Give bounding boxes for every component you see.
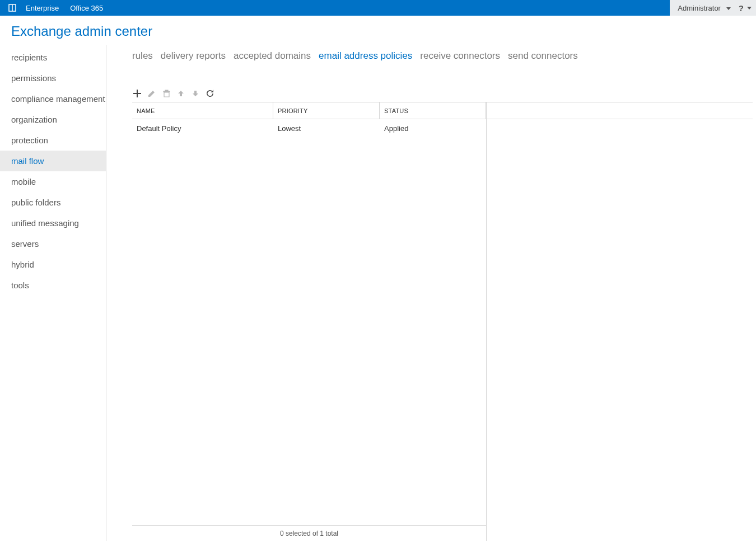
user-label: Administrator [678,4,721,12]
topbar-user-area: Administrator ? [670,0,756,16]
pencil-icon [148,90,156,97]
sidebar: recipients permissions compliance manage… [0,45,106,541]
sidebar-item-permissions[interactable]: permissions [0,68,106,88]
help-icon: ? [739,3,744,13]
cell-filler [486,119,753,137]
tab-receive-connectors[interactable]: receive connectors [420,50,500,62]
app-launcher-icon[interactable] [4,0,20,16]
trash-icon [163,90,170,97]
table-body: Default Policy Lowest Applied [132,119,753,525]
sidebar-item-unified-messaging[interactable]: unified messaging [0,213,106,233]
move-up-button[interactable] [176,88,186,99]
table-row[interactable]: Default Policy Lowest Applied [132,119,753,137]
cell-name: Default Policy [132,119,273,137]
refresh-button[interactable] [205,88,215,99]
tab-email-address-policies[interactable]: email address policies [319,50,412,62]
main-layout: recipients permissions compliance manage… [0,45,756,541]
column-header-priority[interactable]: PRIORITY [273,102,380,119]
details-pane-separator [486,102,487,541]
tab-rules[interactable]: rules [132,50,153,62]
policy-table: NAME PRIORITY STATUS Default Policy Lowe… [132,102,753,541]
sidebar-item-recipients[interactable]: recipients [0,47,106,68]
table-footer: 0 selected of 1 total [132,525,486,541]
sidebar-item-servers[interactable]: servers [0,233,106,254]
add-button[interactable] [132,88,142,99]
user-menu[interactable]: Administrator [678,3,730,12]
sidebar-item-tools[interactable]: tools [0,275,106,296]
arrow-up-icon [177,90,185,97]
cell-priority: Lowest [273,119,380,137]
refresh-icon [206,90,214,97]
topbar: Enterprise Office 365 Administrator ? [0,0,756,16]
topbar-link-enterprise[interactable]: Enterprise [20,0,64,16]
tab-delivery-reports[interactable]: delivery reports [161,50,226,62]
column-header-name[interactable]: NAME [132,102,273,119]
tab-accepted-domains[interactable]: accepted domains [234,50,311,62]
subnav-tabs: rules delivery reports accepted domains … [132,45,756,62]
sidebar-item-organization[interactable]: organization [0,109,106,130]
delete-button[interactable] [161,88,171,99]
sidebar-item-mail-flow[interactable]: mail flow [0,151,106,171]
topbar-left: Enterprise Office 365 [0,0,109,16]
main-content: rules delivery reports accepted domains … [106,45,756,541]
cell-status: Applied [380,119,486,137]
tab-send-connectors[interactable]: send connectors [508,50,578,62]
move-down-button[interactable] [190,88,200,99]
table-header: NAME PRIORITY STATUS [132,102,753,119]
topbar-link-office365[interactable]: Office 365 [64,0,109,16]
sidebar-item-compliance-management[interactable]: compliance management [0,88,106,109]
plus-icon [133,90,141,97]
chevron-down-icon [747,7,752,10]
edit-button[interactable] [147,88,157,99]
help-menu[interactable]: ? [739,3,752,13]
column-header-status[interactable]: STATUS [380,102,486,119]
sidebar-item-hybrid[interactable]: hybrid [0,254,106,275]
chevron-down-icon [726,7,731,10]
sidebar-item-mobile[interactable]: mobile [0,171,106,192]
arrow-down-icon [192,90,199,97]
sidebar-item-public-folders[interactable]: public folders [0,192,106,213]
toolbar [132,88,756,102]
sidebar-item-protection[interactable]: protection [0,130,106,151]
column-header-filler [486,102,753,119]
page-title: Exchange admin center [0,16,756,45]
